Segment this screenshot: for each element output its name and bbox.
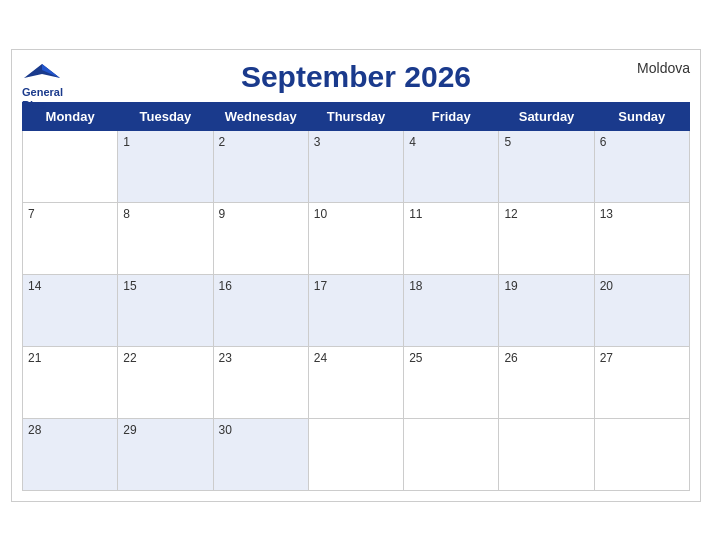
day-number: 14 — [28, 279, 41, 293]
calendar-cell — [404, 418, 499, 490]
logo-blue: Blue — [22, 99, 46, 112]
calendar-cell: 2 — [213, 130, 308, 202]
calendar-cell: 1 — [118, 130, 213, 202]
day-number: 16 — [219, 279, 232, 293]
calendar-cell — [499, 418, 594, 490]
calendar-cell: 7 — [23, 202, 118, 274]
day-number: 22 — [123, 351, 136, 365]
calendar-cell: 3 — [308, 130, 403, 202]
day-number: 7 — [28, 207, 35, 221]
logo: General Blue — [22, 60, 63, 112]
calendar-cell: 19 — [499, 274, 594, 346]
calendar-cell: 10 — [308, 202, 403, 274]
day-number: 23 — [219, 351, 232, 365]
day-number: 4 — [409, 135, 416, 149]
header-sunday: Sunday — [594, 102, 689, 130]
logo-icon — [24, 60, 60, 84]
calendar-cell: 29 — [118, 418, 213, 490]
logo-general: General — [22, 86, 63, 99]
day-number: 8 — [123, 207, 130, 221]
calendar-cell: 25 — [404, 346, 499, 418]
calendar-container: General Blue September 2026 Moldova Mond… — [11, 49, 701, 502]
calendar-cell: 18 — [404, 274, 499, 346]
calendar-cell: 4 — [404, 130, 499, 202]
calendar-cell: 12 — [499, 202, 594, 274]
day-number: 6 — [600, 135, 607, 149]
day-number: 18 — [409, 279, 422, 293]
calendar-week-row: 78910111213 — [23, 202, 690, 274]
day-number: 28 — [28, 423, 41, 437]
day-number: 17 — [314, 279, 327, 293]
day-number: 19 — [504, 279, 517, 293]
calendar-cell: 26 — [499, 346, 594, 418]
day-number: 5 — [504, 135, 511, 149]
day-number: 3 — [314, 135, 321, 149]
calendar-cell: 23 — [213, 346, 308, 418]
calendar-week-row: 282930 — [23, 418, 690, 490]
country-label: Moldova — [637, 60, 690, 76]
calendar-cell: 6 — [594, 130, 689, 202]
day-number: 10 — [314, 207, 327, 221]
header-tuesday: Tuesday — [118, 102, 213, 130]
day-number: 21 — [28, 351, 41, 365]
calendar-cell: 14 — [23, 274, 118, 346]
day-number: 2 — [219, 135, 226, 149]
calendar-week-row: 123456 — [23, 130, 690, 202]
calendar-cell: 20 — [594, 274, 689, 346]
calendar-cell: 24 — [308, 346, 403, 418]
header-wednesday: Wednesday — [213, 102, 308, 130]
calendar-cell: 22 — [118, 346, 213, 418]
day-number: 25 — [409, 351, 422, 365]
header-saturday: Saturday — [499, 102, 594, 130]
calendar-cell: 5 — [499, 130, 594, 202]
calendar-header: General Blue September 2026 Moldova — [22, 60, 690, 94]
calendar-cell: 27 — [594, 346, 689, 418]
calendar-cell — [308, 418, 403, 490]
day-number: 12 — [504, 207, 517, 221]
day-number: 29 — [123, 423, 136, 437]
header-friday: Friday — [404, 102, 499, 130]
day-number: 30 — [219, 423, 232, 437]
calendar-cell — [23, 130, 118, 202]
day-number: 26 — [504, 351, 517, 365]
calendar-cell: 16 — [213, 274, 308, 346]
calendar-cell: 9 — [213, 202, 308, 274]
day-number: 20 — [600, 279, 613, 293]
calendar-cell: 17 — [308, 274, 403, 346]
calendar-cell: 28 — [23, 418, 118, 490]
calendar-table: Monday Tuesday Wednesday Thursday Friday… — [22, 102, 690, 491]
calendar-cell: 11 — [404, 202, 499, 274]
logo-text: General Blue — [22, 86, 63, 112]
header-thursday: Thursday — [308, 102, 403, 130]
calendar-cell — [594, 418, 689, 490]
day-number: 13 — [600, 207, 613, 221]
calendar-cell: 30 — [213, 418, 308, 490]
calendar-cell: 13 — [594, 202, 689, 274]
weekday-header-row: Monday Tuesday Wednesday Thursday Friday… — [23, 102, 690, 130]
day-number: 27 — [600, 351, 613, 365]
day-number: 11 — [409, 207, 422, 221]
day-number: 9 — [219, 207, 226, 221]
calendar-cell: 15 — [118, 274, 213, 346]
day-number: 1 — [123, 135, 130, 149]
calendar-cell: 8 — [118, 202, 213, 274]
day-number: 24 — [314, 351, 327, 365]
calendar-cell: 21 — [23, 346, 118, 418]
calendar-week-row: 21222324252627 — [23, 346, 690, 418]
calendar-week-row: 14151617181920 — [23, 274, 690, 346]
calendar-title: September 2026 — [241, 60, 471, 94]
day-number: 15 — [123, 279, 136, 293]
